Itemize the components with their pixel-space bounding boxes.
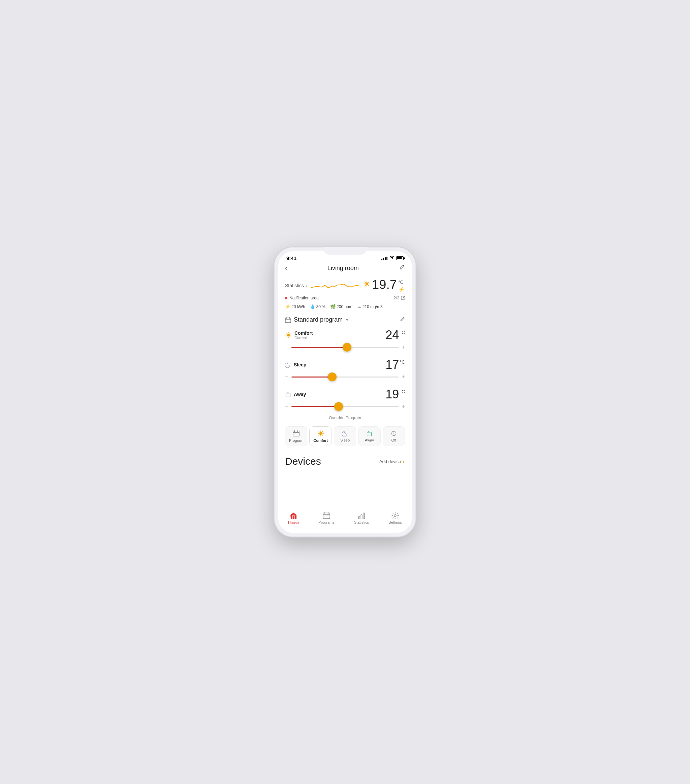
status-time: 9:41 [286, 255, 297, 261]
mode-btn-sleep[interactable]: Sleep [334, 427, 356, 446]
away-mode-left: Away [285, 391, 306, 397]
sleep-temp-value: 17 [385, 357, 399, 372]
away-plus-button[interactable]: + [402, 404, 405, 410]
away-minus-button[interactable]: − [285, 404, 288, 410]
edit-button[interactable] [399, 264, 405, 272]
nav-settings[interactable]: Settings [388, 512, 402, 524]
sleep-temp-display: 17 °C [385, 357, 405, 372]
add-device-label: Add device [380, 459, 401, 464]
comfort-slider-row[interactable]: − + [285, 343, 405, 355]
back-button[interactable]: ‹ [285, 264, 287, 272]
drop-icon: 💧 [310, 304, 315, 309]
away-slider-row[interactable]: − + [285, 402, 405, 414]
current-temp: 19.7 [372, 278, 397, 291]
away-label: Away [294, 392, 306, 397]
programs-nav-label: Programs [319, 520, 335, 524]
away-mode-row: Away 19 °C [285, 385, 405, 402]
off-btn-label: Off [391, 438, 396, 442]
statistics-nav-icon [358, 512, 365, 519]
svg-rect-48 [361, 515, 362, 519]
sleep-minus-button[interactable]: − [285, 374, 288, 380]
sleep-btn-icon [342, 430, 348, 436]
mode-btn-off[interactable]: Off [383, 427, 405, 446]
nav-header: ‹ Living room [278, 262, 412, 275]
svg-line-35 [319, 435, 319, 435]
away-slider-track[interactable] [291, 406, 398, 407]
notification-count[interactable]: 2/2 [393, 296, 405, 300]
comfort-plus-button[interactable]: + [402, 344, 405, 350]
away-info: Away [294, 392, 306, 397]
sleep-slider-track[interactable] [291, 377, 398, 377]
cloud-icon: ☁ [357, 304, 362, 309]
away-btn-label: Away [365, 438, 374, 442]
add-device-plus-icon: + [402, 459, 405, 464]
sleep-plus-button[interactable]: + [402, 374, 405, 380]
programs-nav-icon [323, 512, 330, 519]
nav-house[interactable]: House [288, 512, 299, 525]
away-bag-icon [285, 391, 291, 397]
svg-line-19 [290, 336, 291, 337]
comfort-sublabel: Current [294, 336, 313, 340]
nav-statistics[interactable]: Statistics [354, 512, 369, 524]
svg-rect-23 [293, 431, 299, 436]
comfort-slider-track[interactable] [291, 347, 398, 348]
add-device-button[interactable]: Add device + [380, 459, 405, 464]
mode-btn-away[interactable]: Away [358, 427, 380, 446]
stats-link[interactable]: Statistics › [285, 283, 307, 288]
svg-rect-22 [286, 394, 290, 397]
temperature-display: 19.7 °C ⚡ [363, 278, 405, 293]
comfort-minus-button[interactable]: − [285, 344, 288, 350]
sleep-info: Sleep [294, 362, 306, 367]
comfort-btn-icon [317, 430, 324, 437]
sleep-btn-label: Sleep [340, 438, 350, 442]
power-btn-icon [391, 430, 397, 436]
svg-line-5 [365, 282, 366, 283]
phone-frame: 9:41 [274, 247, 416, 537]
status-icons [381, 255, 404, 261]
battery-icon [396, 256, 404, 260]
away-mode-section: Away 19 °C − + [285, 385, 405, 414]
stats-row[interactable]: Statistics › [285, 275, 405, 294]
mode-btn-comfort[interactable]: Comfort [309, 427, 332, 446]
override-row[interactable]: Override Program [285, 414, 405, 424]
main-content: Statistics › [278, 275, 412, 508]
mode-btn-program[interactable]: Program [285, 427, 307, 446]
sleep-temp-unit: °C [399, 359, 405, 365]
notification-text: Notification area. [285, 296, 320, 300]
program-left: Standard program ▾ [285, 316, 348, 323]
svg-rect-49 [363, 513, 365, 519]
sleep-slider-row[interactable]: − + [285, 372, 405, 385]
program-edit-button[interactable] [399, 316, 405, 323]
notification-row: Notification area. 2/2 [285, 294, 405, 302]
svg-line-8 [365, 285, 366, 286]
devices-header: Devices Add device + [285, 450, 405, 470]
bottom-nav: House Programs [278, 508, 412, 533]
metric-humidity: 💧 80 % [310, 304, 325, 309]
svg-point-50 [394, 515, 396, 517]
calendar-icon [285, 317, 291, 323]
svg-line-33 [322, 435, 323, 435]
svg-line-18 [286, 333, 287, 334]
program-btn-label: Program [289, 438, 303, 443]
stats-chevron-icon: › [306, 283, 307, 288]
settings-nav-label: Settings [388, 520, 402, 524]
svg-line-7 [368, 282, 369, 283]
notch [323, 247, 367, 255]
nav-programs[interactable]: Programs [319, 512, 335, 524]
sleep-mode-left: Sleep [285, 362, 306, 368]
external-link-icon [401, 296, 405, 300]
metric-co2: 🌿 200 ppm [330, 304, 352, 309]
comfort-temp-value: 24 [385, 328, 399, 342]
signal-icon [381, 257, 388, 260]
sleep-moon-icon [285, 362, 291, 368]
devices-title: Devices [285, 456, 321, 467]
program-selector[interactable]: Standard program ▾ [285, 312, 405, 325]
house-nav-label: House [288, 520, 299, 525]
leaf-icon: 🌿 [330, 304, 335, 309]
bolt-icon: ⚡ [398, 286, 405, 293]
svg-rect-9 [286, 318, 291, 323]
svg-point-27 [319, 432, 322, 435]
program-btn-icon [293, 430, 299, 437]
comfort-info: Comfort Current [294, 330, 313, 340]
svg-line-32 [319, 432, 319, 432]
